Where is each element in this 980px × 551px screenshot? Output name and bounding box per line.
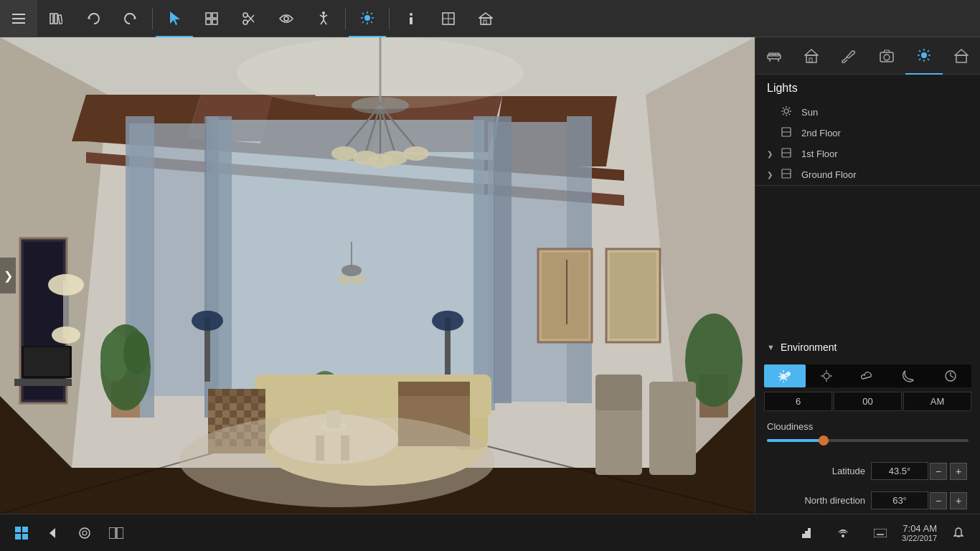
sun-lighting-button[interactable]: [349, 0, 386, 37]
svg-point-18: [322, 11, 325, 14]
svg-rect-128: [768, 55, 781, 59]
system-tray-icon2[interactable]: [827, 517, 859, 549]
panel-icon-row: [755, 37, 980, 75]
cortana-button[interactable]: [69, 517, 100, 549]
weather-custom-time-button[interactable]: [930, 364, 971, 387]
light-item-2nd-floor[interactable]: 2nd Floor: [755, 123, 980, 143]
svg-line-30: [371, 22, 372, 23]
svg-point-24: [364, 15, 370, 21]
info-button[interactable]: [392, 0, 430, 37]
light-item-sun-label: Sun: [801, 107, 818, 118]
cloudiness-thumb[interactable]: [819, 435, 829, 446]
svg-rect-112: [398, 382, 470, 396]
walk-button[interactable]: [305, 0, 342, 37]
sep1: [152, 8, 153, 29]
menu-button[interactable]: [0, 0, 37, 37]
svg-rect-190: [117, 527, 123, 539]
2nd-floor-icon: [781, 127, 796, 139]
view-button[interactable]: [268, 0, 305, 37]
north-direction-input[interactable]: [871, 491, 928, 509]
3d-house-button[interactable]: [467, 0, 504, 37]
svg-point-137: [884, 55, 890, 60]
3d-viewport[interactable]: ❯: [0, 37, 755, 514]
redo-button[interactable]: [112, 0, 149, 37]
svg-point-174: [824, 373, 829, 379]
windows-start-button[interactable]: [6, 517, 37, 549]
svg-point-123: [237, 37, 524, 109]
svg-rect-62: [473, 116, 495, 410]
svg-point-76: [367, 154, 393, 168]
svg-marker-192: [805, 531, 808, 538]
weather-clear-button[interactable]: [764, 364, 806, 387]
light-item-ground-floor[interactable]: ❯ Ground Floor: [755, 164, 980, 185]
svg-line-157: [783, 114, 784, 116]
latitude-decrease-button[interactable]: −: [930, 463, 947, 480]
svg-rect-148: [956, 55, 966, 62]
environment-title: Environment: [781, 342, 837, 353]
svg-line-143: [919, 50, 920, 52]
svg-point-187: [80, 528, 90, 538]
lighting-panel-button[interactable]: [905, 37, 943, 75]
svg-rect-4: [55, 14, 57, 24]
clock[interactable]: 7:04 AM 3/22/2017: [902, 523, 937, 542]
svg-rect-189: [109, 527, 116, 539]
architecture-panel-button[interactable]: [793, 37, 830, 75]
viewport-left-arrow[interactable]: ❯: [0, 258, 16, 293]
weather-hazy-button[interactable]: [806, 364, 847, 387]
time-minutes-input[interactable]: 00: [834, 392, 902, 411]
notification-button[interactable]: [943, 517, 974, 549]
latitude-increase-button[interactable]: +: [950, 463, 967, 480]
svg-point-90: [52, 326, 80, 344]
svg-rect-2: [12, 22, 25, 24]
furniture-panel-button[interactable]: [755, 37, 793, 75]
lights-section: Lights Sun 2nd Floor ❯: [755, 75, 980, 186]
svg-rect-121: [24, 347, 70, 376]
library-button[interactable]: [37, 0, 75, 37]
svg-rect-135: [809, 58, 812, 62]
svg-rect-5: [58, 14, 62, 24]
arrange-button[interactable]: [193, 0, 230, 37]
svg-rect-185: [22, 534, 28, 540]
select-tool-button[interactable]: [156, 0, 193, 37]
keyboard-icon[interactable]: [864, 517, 896, 549]
svg-point-149: [784, 109, 788, 113]
time-period-input[interactable]: AM: [903, 392, 971, 411]
north-direction-increase-button[interactable]: +: [950, 492, 967, 509]
time-hour-input[interactable]: 6: [764, 392, 832, 411]
scissors-button[interactable]: [230, 0, 268, 37]
weather-cloudy-button[interactable]: [847, 364, 889, 387]
svg-point-173: [786, 372, 791, 376]
1st-floor-expand-arrow: ❯: [767, 150, 778, 158]
house-panel-button[interactable]: [943, 37, 980, 75]
svg-rect-183: [22, 527, 28, 532]
svg-line-155: [789, 114, 791, 116]
light-item-sun[interactable]: Sun: [755, 102, 980, 123]
layout-button[interactable]: [430, 0, 467, 37]
paint-panel-button[interactable]: [830, 37, 867, 75]
latitude-row: Latitude − +: [755, 458, 980, 484]
weather-night-button[interactable]: [888, 364, 930, 387]
light-item-1st-floor[interactable]: ❯ 1st Floor: [755, 143, 980, 164]
light-item-ground-floor-label: Ground Floor: [801, 169, 857, 180]
svg-rect-182: [15, 527, 21, 532]
svg-line-32: [362, 22, 364, 23]
undo-button[interactable]: [75, 0, 112, 37]
back-button[interactable]: [37, 517, 69, 549]
svg-marker-147: [955, 50, 968, 55]
cloudiness-slider[interactable]: [767, 439, 969, 442]
svg-line-170: [786, 379, 787, 380]
panel-spacer: [755, 186, 980, 334]
system-tray-icon1[interactable]: [790, 517, 821, 549]
camera-panel-button[interactable]: [868, 37, 905, 75]
environment-chevron: ▼: [767, 343, 775, 352]
svg-point-138: [921, 52, 927, 58]
time-inputs-row: 6 00 AM: [764, 392, 971, 411]
svg-line-29: [362, 13, 364, 14]
north-direction-decrease-button[interactable]: −: [930, 492, 947, 509]
task-view-button[interactable]: [100, 517, 132, 549]
svg-marker-186: [50, 528, 55, 538]
environment-header[interactable]: ▼ Environment: [755, 334, 980, 360]
north-direction-row: North direction − +: [755, 487, 980, 514]
svg-line-169: [780, 373, 781, 375]
latitude-input[interactable]: [871, 462, 928, 480]
